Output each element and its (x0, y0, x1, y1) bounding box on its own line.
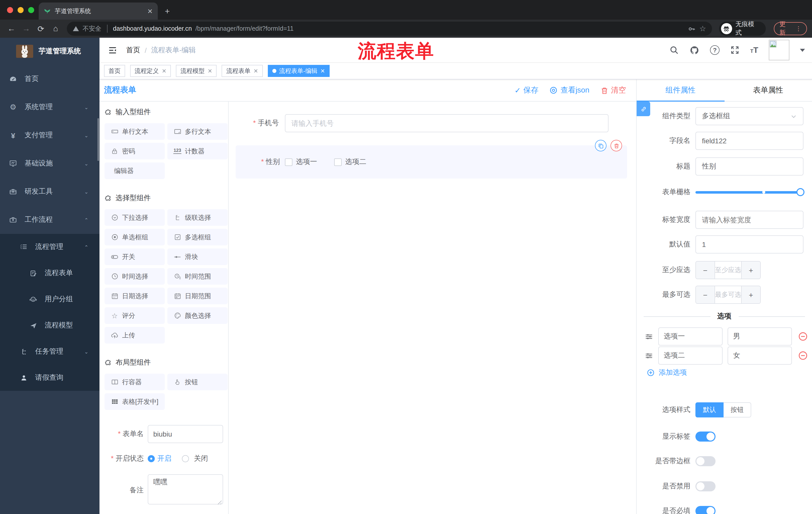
slider-handle[interactable] (796, 188, 805, 196)
minimize-window-button[interactable] (18, 7, 24, 13)
sidebar-item-workflow[interactable]: 工作流程 ⌃ (0, 206, 99, 234)
font-size-icon[interactable]: TT (750, 46, 758, 55)
tag-close-icon[interactable]: ✕ (162, 67, 166, 74)
gender-option2-checkbox[interactable] (334, 158, 342, 166)
forward-icon[interactable]: → (20, 24, 33, 33)
tag-process-definition[interactable]: 流程定义✕ (130, 65, 171, 77)
tag-process-model[interactable]: 流程模型✕ (176, 65, 216, 77)
browser-tab[interactable]: 芋道管理系统 ✕ (39, 2, 158, 20)
status-on-radio[interactable] (148, 455, 155, 462)
clear-button[interactable]: 清空 (601, 85, 626, 95)
sidebar-item-infra[interactable]: 基础设施 ⌄ (0, 150, 99, 178)
collapse-menu-icon[interactable] (108, 46, 117, 55)
component-rate[interactable]: ☆ 评分 (105, 307, 165, 324)
component-row-container[interactable]: 行容器 (105, 374, 165, 390)
component-single-text[interactable]: 单行文本 (105, 123, 165, 140)
required-toggle[interactable] (695, 506, 716, 514)
component-multi-text[interactable]: 多行文本 (167, 123, 228, 140)
drag-handle-icon[interactable] (645, 351, 653, 360)
component-checkbox-group[interactable]: 多选框组 (167, 229, 228, 245)
min-select-value[interactable]: 至少应选 (715, 262, 741, 279)
github-icon[interactable] (689, 45, 699, 55)
tag-close-icon[interactable]: ✕ (320, 67, 325, 74)
max-select-value[interactable]: 最多可选 (715, 286, 741, 303)
decrease-button[interactable]: − (696, 286, 715, 303)
style-default-button[interactable]: 默认 (695, 402, 724, 417)
show-label-toggle[interactable] (695, 432, 716, 441)
option2-value-input[interactable] (728, 347, 792, 364)
window-controls[interactable] (7, 7, 34, 13)
label-width-input[interactable] (695, 211, 804, 229)
sidebar-item-process-model[interactable]: 流程模型 (0, 312, 99, 339)
password-key-icon[interactable] (687, 24, 696, 33)
sidebar-scrollbar[interactable] (97, 118, 99, 161)
border-toggle[interactable] (695, 456, 716, 466)
sidebar-item-home[interactable]: 首页 (0, 65, 99, 93)
tag-process-form[interactable]: 流程表单✕ (222, 65, 263, 77)
component-button[interactable]: 按钮 (167, 374, 228, 390)
increase-button[interactable]: + (741, 262, 760, 279)
status-on-label[interactable]: 开启 (157, 454, 171, 463)
tab-close-icon[interactable]: ✕ (147, 7, 153, 15)
title-input[interactable] (695, 157, 804, 175)
new-tab-button[interactable]: + (165, 6, 170, 17)
add-option-button[interactable]: 添加选项 (647, 368, 687, 377)
tag-close-icon[interactable]: ✕ (254, 67, 258, 74)
selected-component-block[interactable]: 性别 选项一 选项二 (236, 145, 627, 179)
drag-handle-icon[interactable] (645, 332, 653, 341)
browser-menu-icon[interactable]: ⋮ (795, 25, 802, 32)
sidebar-item-process-mgmt[interactable]: 流程管理 ⌃ (0, 234, 99, 260)
tag-home[interactable]: 首页 (104, 65, 125, 77)
maximize-window-button[interactable] (28, 7, 34, 13)
close-window-button[interactable] (7, 7, 13, 13)
component-switch[interactable]: 开关 (105, 248, 165, 265)
disabled-toggle[interactable] (695, 481, 716, 491)
option2-label-input[interactable] (658, 347, 723, 364)
copy-component-button[interactable] (595, 140, 607, 152)
sidebar-item-task-mgmt[interactable]: 任务管理 ⌄ (0, 339, 99, 364)
browser-update-button[interactable]: 更新 ⋮ (774, 22, 807, 35)
sidebar-item-payment[interactable]: ¥ 支付管理 ⌄ (0, 121, 99, 150)
increase-button[interactable]: + (741, 286, 760, 303)
component-password[interactable]: 密码 (105, 143, 165, 159)
update-label[interactable]: 更新 (779, 20, 791, 37)
tag-process-form-edit[interactable]: 流程表单-编辑✕ (267, 65, 329, 77)
back-icon[interactable]: ← (5, 24, 18, 33)
default-value-input[interactable] (695, 235, 804, 253)
component-table[interactable]: 表格[开发中] (105, 393, 165, 410)
status-off-radio[interactable] (182, 455, 189, 462)
field-name-input[interactable] (695, 132, 804, 150)
component-time-range[interactable]: 时间范围 (167, 268, 228, 285)
style-button-button[interactable]: 按钮 (724, 402, 751, 417)
component-color-picker[interactable]: 颜色选择 (167, 307, 228, 324)
gender-field-row[interactable]: 性别 选项一 选项二 (236, 145, 627, 179)
form-remark-textarea[interactable]: 嘿嘿 (148, 474, 223, 505)
status-off-label[interactable]: 关闭 (194, 454, 208, 463)
sidebar-item-devtools[interactable]: 研发工具 ⌄ (0, 178, 99, 206)
save-button[interactable]: ✓ 保存 (515, 85, 539, 95)
component-slider[interactable]: 滑块 (167, 248, 228, 265)
fullscreen-icon[interactable] (730, 45, 740, 55)
phone-input[interactable] (285, 114, 609, 132)
component-date-range[interactable]: 日期范围 (167, 288, 228, 304)
address-bar[interactable]: 不安全 dashboard.yudao.iocoder.cn/bpm/manag… (67, 22, 712, 36)
home-icon[interactable]: ⌂ (49, 24, 62, 33)
sidebar-item-system[interactable]: ⚙ 系统管理 ⌄ (0, 93, 99, 121)
bookmark-star-icon[interactable]: ☆ (699, 24, 706, 33)
option1-label-input[interactable] (658, 327, 723, 346)
tag-close-icon[interactable]: ✕ (207, 67, 212, 74)
component-select[interactable]: 下拉选择 (105, 209, 165, 226)
sidebar-item-user-group[interactable]: 用户分组 (0, 286, 99, 312)
form-name-input[interactable] (148, 425, 223, 443)
component-cascader[interactable]: 级联选择 (167, 209, 228, 226)
component-editor[interactable]: 编辑器 (105, 162, 165, 179)
sidebar-item-leave-query[interactable]: 请假查询 (0, 364, 99, 391)
avatar[interactable] (769, 40, 789, 60)
view-json-button[interactable]: 查看json (549, 85, 589, 95)
component-time-picker[interactable]: 时间选择 (105, 268, 165, 285)
tab-form-props[interactable]: 表单属性 (724, 79, 812, 101)
component-upload[interactable]: 上传 (105, 327, 165, 344)
search-icon[interactable] (669, 45, 679, 55)
gender-option1-checkbox[interactable] (285, 158, 292, 166)
component-type-select[interactable]: 多选框组 (695, 107, 804, 125)
